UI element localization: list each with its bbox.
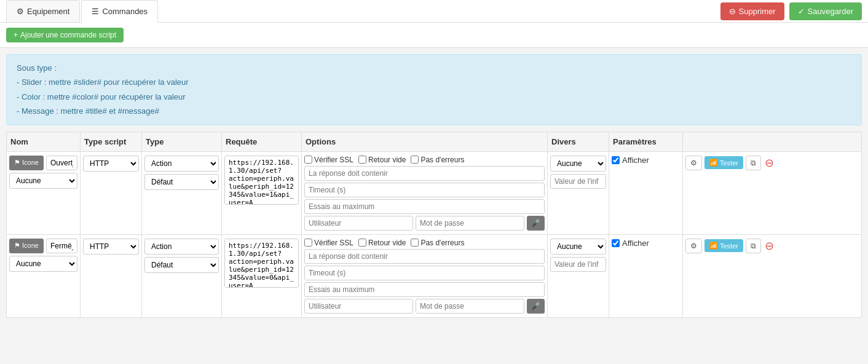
- sauvegarder-label: Sauvegarder: [808, 7, 853, 16]
- type-script-select-0[interactable]: HTTP: [83, 156, 139, 172]
- col-type-script: Type script: [81, 132, 142, 151]
- valeur-inf-input-0[interactable]: [550, 174, 606, 189]
- cell-type-script-0: HTTP: [81, 151, 142, 234]
- retour-vide-checkbox-0[interactable]: [358, 156, 366, 164]
- afficher-checkbox-1[interactable]: [612, 239, 620, 247]
- nom-btn-label-1: Icone: [22, 242, 39, 249]
- tab-bar: ⚙ Equipement ☰ Commandes: [6, 0, 159, 22]
- gear-icon: ⚙: [17, 7, 24, 16]
- info-box: Sous type : - Slider : mettre #slider# p…: [6, 54, 862, 125]
- pas-erreurs-label-1[interactable]: Pas d'erreurs: [411, 239, 464, 247]
- top-actions: ⊖ Supprimer ✓ Sauvegarder: [720, 2, 862, 20]
- verify-ssl-label-0[interactable]: Vérifier SSL: [304, 156, 353, 164]
- retour-vide-label-1[interactable]: Retour vide: [358, 239, 406, 247]
- signal-icon-1: 📶: [709, 242, 718, 250]
- sub-bar: + Ajouter une commande script: [0, 23, 868, 48]
- nom-input-1[interactable]: [46, 239, 77, 253]
- timeout-input-0[interactable]: [304, 183, 545, 197]
- cell-params-0: Afficher: [609, 151, 683, 234]
- verify-ssl-checkbox-0[interactable]: [304, 156, 312, 164]
- nom-btn-label-0: Icone: [22, 159, 39, 166]
- gear-button-1[interactable]: ⚙: [685, 239, 702, 253]
- top-bar: ⚙ Equipement ☰ Commandes ⊖ Supprimer ✓ S…: [0, 0, 868, 23]
- nom-input-0[interactable]: [46, 156, 77, 170]
- signal-icon-0: 📶: [709, 159, 718, 167]
- col-params: Paramètres: [609, 132, 683, 151]
- gear-button-0[interactable]: ⚙: [685, 156, 702, 170]
- reponse-input-0[interactable]: [304, 166, 545, 181]
- type-script-select-1[interactable]: HTTP: [83, 239, 139, 255]
- col-options: Options: [302, 132, 548, 151]
- valeur-inf-input-1[interactable]: [550, 257, 606, 272]
- speech-button-0[interactable]: 🎤: [527, 216, 545, 231]
- sous-type-select-1[interactable]: Aucune: [9, 256, 77, 272]
- icone-button-1[interactable]: ⚑ Icone: [9, 239, 44, 253]
- cell-options-1: Vérifier SSL Retour vide Pas d'erreurs: [302, 234, 548, 317]
- table-row: ⚑ Icone Aucune HTTP Ac: [7, 234, 862, 317]
- divers-select-0[interactable]: Aucune: [550, 156, 606, 172]
- essais-input-0[interactable]: [304, 199, 545, 214]
- check-circle-icon: ✓: [798, 7, 805, 16]
- icone-button-0[interactable]: ⚑ Icone: [9, 156, 44, 170]
- mdp-input-0[interactable]: [416, 216, 524, 231]
- tab-equipement[interactable]: ⚙ Equipement: [6, 0, 80, 22]
- pas-erreurs-checkbox-0[interactable]: [411, 156, 419, 164]
- col-requete: Requête: [222, 132, 302, 151]
- type-action-select-1[interactable]: Action: [144, 239, 219, 255]
- supprimer-button[interactable]: ⊖ Supprimer: [720, 2, 784, 20]
- type-action-select-0[interactable]: Action: [144, 156, 219, 172]
- list-icon: ☰: [92, 7, 99, 16]
- pas-erreurs-label-0[interactable]: Pas d'erreurs: [411, 156, 464, 164]
- retour-vide-label-0[interactable]: Retour vide: [358, 156, 406, 164]
- cell-nom-1: ⚑ Icone Aucune: [7, 234, 81, 317]
- requete-textarea-0[interactable]: https://192.168.1.30/api/set?action=peri…: [224, 156, 299, 205]
- verify-ssl-checkbox-1[interactable]: [304, 239, 312, 247]
- cell-type-1: Action Défaut: [142, 234, 222, 317]
- divers-select-1[interactable]: Aucune: [550, 239, 606, 255]
- sauvegarder-button[interactable]: ✓ Sauvegarder: [789, 2, 862, 20]
- tester-button-1[interactable]: 📶 Tester: [704, 239, 743, 252]
- verify-ssl-label-1[interactable]: Vérifier SSL: [304, 239, 353, 247]
- tester-button-0[interactable]: 📶 Tester: [704, 156, 743, 169]
- mdp-input-1[interactable]: [416, 299, 524, 314]
- cell-params-1: Afficher: [609, 234, 683, 317]
- essais-input-1[interactable]: [304, 282, 545, 297]
- type-default-select-1[interactable]: Défaut: [144, 257, 219, 273]
- col-divers: Divers: [548, 132, 609, 151]
- type-default-select-0[interactable]: Défaut: [144, 174, 219, 190]
- col-actions: [683, 132, 862, 151]
- info-line-3: - Message : mettre #title# et #message#: [17, 104, 851, 118]
- col-type: Type: [142, 132, 222, 151]
- cell-options-0: Vérifier SSL Retour vide Pas d'erreurs: [302, 151, 548, 234]
- tab-equipement-label: Equipement: [27, 7, 69, 16]
- afficher-checkbox-0[interactable]: [612, 156, 620, 164]
- cell-row-actions-0: ⚙ 📶 Tester ⧉ ⊖: [683, 151, 862, 234]
- afficher-label-0: Afficher: [622, 156, 649, 165]
- plus-icon: +: [14, 31, 18, 39]
- remove-button-1[interactable]: ⊖: [763, 239, 775, 253]
- reponse-input-1[interactable]: [304, 249, 545, 264]
- remove-button-0[interactable]: ⊖: [763, 156, 775, 170]
- table-row: ⚑ Icone Aucune HTTP Ac: [7, 151, 862, 234]
- copy-button-1[interactable]: ⧉: [746, 239, 761, 253]
- supprimer-label: Supprimer: [739, 7, 776, 16]
- commands-table: Nom Type script Type Requête Options Div…: [6, 132, 862, 318]
- ajouter-commande-button[interactable]: + Ajouter une commande script: [6, 28, 124, 42]
- pas-erreurs-checkbox-1[interactable]: [411, 239, 419, 247]
- sous-type-select-0[interactable]: Aucune: [9, 173, 77, 189]
- copy-button-0[interactable]: ⧉: [746, 156, 761, 170]
- timeout-input-1[interactable]: [304, 266, 545, 280]
- cell-requete-1: https://192.168.1.30/api/set?action=peri…: [222, 234, 302, 317]
- utilisateur-input-1[interactable]: [304, 299, 413, 314]
- tab-commandes-label: Commandes: [102, 7, 148, 16]
- cell-requete-0: https://192.168.1.30/api/set?action=peri…: [222, 151, 302, 234]
- requete-textarea-1[interactable]: https://192.168.1.30/api/set?action=peri…: [224, 239, 299, 288]
- col-nom: Nom: [7, 132, 81, 151]
- speech-button-1[interactable]: 🎤: [527, 299, 545, 314]
- cell-row-actions-1: ⚙ 📶 Tester ⧉ ⊖: [683, 234, 862, 317]
- cell-nom-0: ⚑ Icone Aucune: [7, 151, 81, 234]
- cell-type-0: Action Défaut: [142, 151, 222, 234]
- utilisateur-input-0[interactable]: [304, 216, 413, 231]
- tab-commandes[interactable]: ☰ Commandes: [81, 0, 158, 23]
- retour-vide-checkbox-1[interactable]: [358, 239, 366, 247]
